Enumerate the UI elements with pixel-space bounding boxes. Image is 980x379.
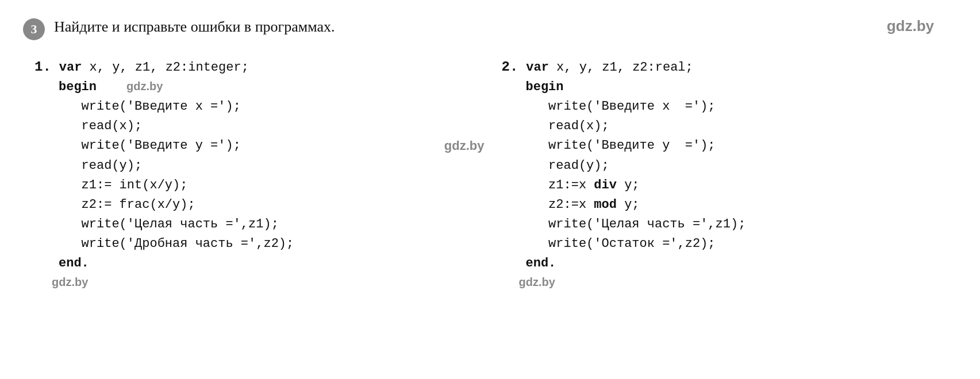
write4-line-1: write('Дробная часть =',z2); <box>34 234 479 254</box>
var-line-2: var x, y, z1, z2:real; <box>526 58 693 78</box>
write2-line-1: write('Введите y ='); <box>34 136 479 156</box>
write2-section-1: write('Введите y ='); gdz.by <box>34 136 479 156</box>
assign2-line-1: z2:= frac(x/y); <box>34 195 479 215</box>
end-section-2: end. gdz.by <box>502 254 946 293</box>
write4-line-2: write('Остаток =',z2); <box>502 234 946 254</box>
code-block-2: 2. var x, y, z1, z2:real; begin write('В… <box>502 56 946 293</box>
read2-line-2: read(y); <box>502 156 946 176</box>
write2-line-2: write('Введите y ='); <box>502 136 946 156</box>
end-section-1: end. gdz.by <box>34 254 479 293</box>
write3-line-2: write('Целая часть =',z1); <box>502 215 946 234</box>
assign1-line-1: z1:= int(x/y); <box>34 176 479 195</box>
write1-line-2: write('Введите x ='); <box>502 97 946 117</box>
begin-line-2: begin <box>502 78 946 97</box>
write1-line-1: write('Введите x ='); <box>34 97 479 117</box>
programs-container: 1. var x, y, z1, z2:integer; begin gdz.b… <box>23 56 957 293</box>
read1-line-2: read(x); <box>502 117 946 136</box>
watermark-mid-1: gdz.by <box>444 136 485 156</box>
end-line-2: end. <box>502 254 946 273</box>
page: 3 Найдите и исправьте ошибки в программа… <box>0 0 980 379</box>
end-line-1: end. <box>34 254 479 273</box>
task-description: Найдите и исправьте ошибки в программах. <box>54 17 957 37</box>
watermark-top-right: gdz.by <box>887 17 934 35</box>
assign1-line-2: z1:=x div y; <box>502 176 946 195</box>
read1-line-1: read(x); <box>34 117 479 136</box>
begin-section-1: begin gdz.by <box>34 78 479 97</box>
watermark-end-1: gdz.by <box>52 276 88 288</box>
assign2-line-2: z2:=x mod y; <box>502 195 946 215</box>
task-number: 3 <box>23 18 45 40</box>
header-row: 3 Найдите и исправьте ошибки в программа… <box>23 17 957 40</box>
var-line-1: var x, y, z1, z2:integer; <box>59 58 249 78</box>
write3-line-1: write('Целая часть =',z1); <box>34 215 479 234</box>
program-block-2: 2. var x, y, z1, z2:real; begin write('В… <box>490 56 958 293</box>
watermark-begin-1: gdz.by <box>126 78 163 95</box>
program-2-number: 2. <box>502 56 518 78</box>
program-block-1: 1. var x, y, z1, z2:integer; begin gdz.b… <box>23 56 490 293</box>
read2-line-1: read(y); <box>34 156 479 176</box>
code-block-1: 1. var x, y, z1, z2:integer; begin gdz.b… <box>34 56 479 293</box>
program-1-number: 1. <box>34 56 51 78</box>
watermark-end-2: gdz.by <box>519 276 555 288</box>
write4-section-2: write('Остаток =',z2); <box>502 234 946 254</box>
begin-line-1: begin <box>34 78 479 97</box>
